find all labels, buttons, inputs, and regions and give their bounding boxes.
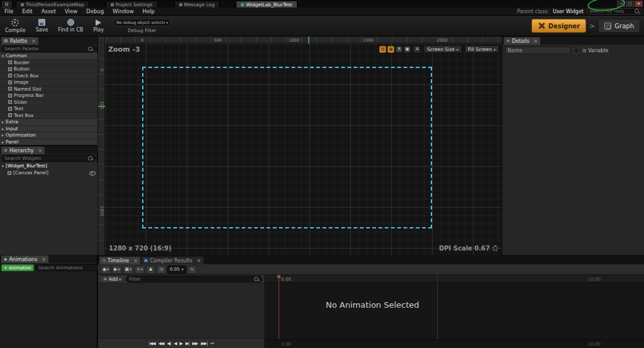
track-filter-box[interactable] xyxy=(126,276,262,283)
palette-category-optimization[interactable]: Optimization xyxy=(0,132,97,139)
hierarchy-search-input[interactable] xyxy=(4,155,88,161)
close-icon[interactable] xyxy=(131,258,138,264)
minimize-button[interactable]: ─ xyxy=(617,1,625,7)
grid-snap-value[interactable]: 4 xyxy=(413,46,421,53)
debug-object-dropdown[interactable]: No debug object selected xyxy=(114,19,170,26)
menu-help[interactable]: Help xyxy=(138,8,159,14)
curve-editor-button[interactable]: ∿ xyxy=(187,266,197,274)
step-forward-button[interactable]: ▶▶ xyxy=(192,341,198,346)
view-options-button[interactable]: ◉ xyxy=(101,266,111,274)
outline-toggle-button[interactable]: ▣ xyxy=(404,46,411,53)
details-tab[interactable]: Details xyxy=(504,37,540,45)
help-search-input[interactable] xyxy=(589,9,635,14)
palette-tab[interactable]: Palette xyxy=(1,37,38,45)
palette-item-border[interactable]: Border xyxy=(0,60,97,67)
screen-size-dropdown[interactable]: Screen Size xyxy=(424,45,462,53)
prev-key-button[interactable]: ◀| xyxy=(167,341,170,346)
palette-item-text-box[interactable]: Text Box xyxy=(0,113,97,120)
track-filter-input[interactable] xyxy=(129,276,254,282)
timeline-ruler-bottom[interactable]: 0.00 10.00 xyxy=(265,339,644,348)
palette-category-input[interactable]: Input xyxy=(0,126,97,133)
expander-closed-icon[interactable] xyxy=(2,126,4,132)
maximize-button[interactable]: □ xyxy=(626,1,634,7)
doc-tab-widgetlab-blurtest[interactable]: WidgetLab_BlurTest xyxy=(236,1,297,8)
palette-category-common[interactable]: Common xyxy=(0,53,97,60)
snap-time-button[interactable]: ◷ xyxy=(157,266,166,274)
playhead-line[interactable] xyxy=(279,275,279,348)
save-button[interactable]: Save xyxy=(31,16,53,36)
hierarchy-root-widget[interactable]: [Widget_BlurTest] xyxy=(0,162,97,169)
parent-class-link[interactable]: User Widget xyxy=(553,9,584,14)
close-icon[interactable] xyxy=(36,148,43,154)
graph-mode-button[interactable]: Graph xyxy=(598,19,640,33)
help-search-box[interactable] xyxy=(587,8,641,14)
menu-asset[interactable]: Asset xyxy=(37,8,60,14)
palette-item-progress-bar[interactable]: Progress Bar xyxy=(0,93,97,99)
expander-closed-icon[interactable] xyxy=(2,132,4,138)
close-button[interactable]: ✕ xyxy=(635,1,643,7)
palette-item-image[interactable]: Image xyxy=(0,79,97,86)
palette-search-box[interactable] xyxy=(1,45,96,52)
palette-item-slider[interactable]: Slider xyxy=(0,99,97,106)
menu-view[interactable]: View xyxy=(60,8,82,14)
expander-open-icon[interactable] xyxy=(2,53,4,59)
compiler-results-tab[interactable]: Compiler Results xyxy=(142,257,204,264)
close-icon[interactable] xyxy=(29,38,36,44)
name-field[interactable]: Name xyxy=(505,47,570,54)
timeline-tab[interactable]: Timeline xyxy=(99,257,140,264)
menu-debug[interactable]: Debug xyxy=(82,8,108,14)
timeline-track-area[interactable]: 0.00 10.00 No Animation Selected 0.00 10… xyxy=(265,275,644,348)
palette-search-input[interactable] xyxy=(4,46,88,52)
flow-direction-button[interactable]: ▦ xyxy=(387,46,394,53)
close-icon[interactable] xyxy=(39,257,46,262)
doc-tab-project-settings[interactable]: Project Settings xyxy=(106,1,158,8)
compile-button[interactable]: Compile xyxy=(0,16,31,36)
playback-range-end-line[interactable] xyxy=(437,275,438,348)
select-edit-options-button[interactable]: ▣ xyxy=(123,266,134,274)
find-in-cb-button[interactable]: Find in CB xyxy=(53,16,88,36)
play-reverse-button[interactable]: ◀ xyxy=(174,341,176,346)
is-variable-checkbox[interactable] xyxy=(574,48,579,53)
menu-window[interactable]: Window xyxy=(108,8,138,14)
menu-edit[interactable]: Edit xyxy=(18,8,36,14)
visibility-eye-icon[interactable] xyxy=(89,170,96,176)
auto-key-toggle-button[interactable]: ♟ xyxy=(146,266,155,274)
palette-item-text[interactable]: Text xyxy=(0,106,97,113)
palette-item-named-slot[interactable]: Named Slot xyxy=(0,86,97,93)
palette-item-check-box[interactable]: Check Box xyxy=(0,73,97,80)
animations-search-box[interactable] xyxy=(35,264,103,271)
expander-closed-icon[interactable] xyxy=(2,139,4,145)
fill-screen-dropdown[interactable]: Fill Screen xyxy=(465,45,499,53)
hierarchy-canvas-panel[interactable]: [Canvas Panel] xyxy=(0,169,97,176)
designer-canvas[interactable]: Zoom -3 ▧ ▦ R ▣ 4 Screen Size Fill Scree… xyxy=(105,43,502,255)
add-track-button[interactable]: Add xyxy=(100,276,124,283)
menu-file[interactable]: File xyxy=(0,8,18,14)
palette-category-panel[interactable]: Panel xyxy=(0,139,97,146)
animations-search-input[interactable] xyxy=(38,265,99,271)
close-icon[interactable] xyxy=(194,258,201,264)
doc-tab-thirdpersonexamplemap[interactable]: ThirdPersonExampleMap xyxy=(16,1,89,8)
designer-mode-button[interactable]: Designer xyxy=(531,19,586,33)
add-animation-button[interactable]: + Animation xyxy=(1,264,34,271)
localization-preview-button[interactable]: ▧ xyxy=(379,46,386,53)
next-key-button[interactable]: ▶| xyxy=(186,341,189,346)
respect-locks-button[interactable]: R xyxy=(396,46,402,53)
palette-item-button[interactable]: Button xyxy=(0,66,97,73)
canvas-panel-selection-outline[interactable] xyxy=(142,67,432,228)
dpi-settings-gear-icon[interactable] xyxy=(492,245,498,251)
animations-tab[interactable]: Animations xyxy=(1,255,48,263)
palette-category-extra[interactable]: Extra xyxy=(0,119,97,126)
expander-open-icon[interactable] xyxy=(2,163,4,169)
jump-to-end-button[interactable]: ▶▶| xyxy=(201,341,207,346)
jump-to-start-button[interactable]: |◀◀ xyxy=(149,341,155,346)
playback-options-button[interactable]: ▶ xyxy=(112,266,121,274)
timeline-ruler-top[interactable]: 0.00 10.00 xyxy=(265,275,644,283)
play-forward-button[interactable]: ▶ xyxy=(180,341,182,346)
hierarchy-tab[interactable]: Hierarchy xyxy=(1,147,45,154)
step-back-button[interactable]: ◀◀ xyxy=(158,341,164,346)
hierarchy-search-box[interactable] xyxy=(1,155,96,162)
expander-closed-icon[interactable] xyxy=(2,119,4,125)
loop-toggle-button[interactable]: ↔ xyxy=(211,341,214,346)
snap-interval-select[interactable]: 0.05 xyxy=(167,266,186,274)
playhead-handle[interactable] xyxy=(277,275,280,278)
